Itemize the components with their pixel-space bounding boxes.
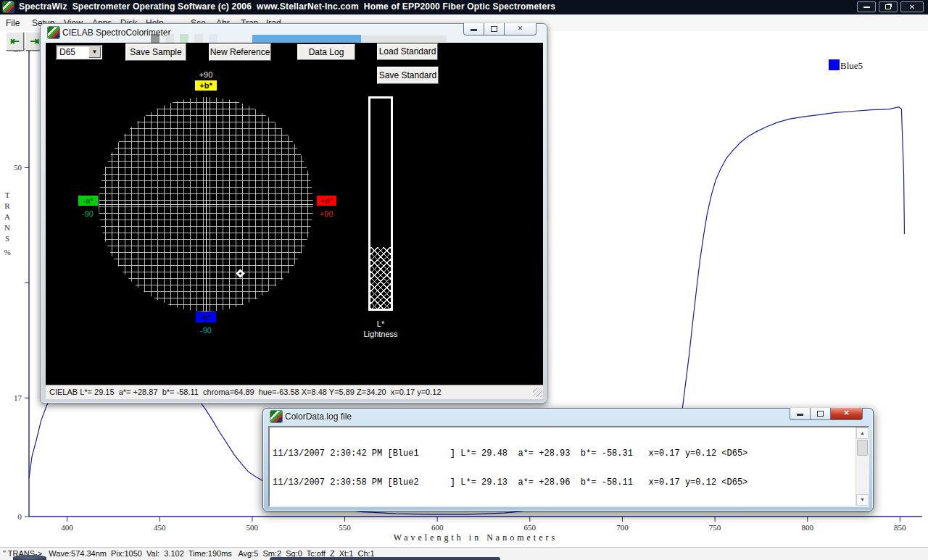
- log-close-icon[interactable]: ✕: [831, 408, 863, 420]
- app-title-bar: SpectraWiz Spectrometer Operating Softwa…: [0, 0, 928, 14]
- window-restore-icon[interactable]: [879, 1, 898, 12]
- a-axis-line: [99, 204, 313, 205]
- scroll-down-icon[interactable]: ▼: [856, 494, 869, 506]
- log-client-area: 11/13/2007 2:30:42 PM [Blue1 ] L*= 29.48…: [268, 426, 869, 507]
- x-axis-title: Wavelength in Nanometers: [290, 532, 661, 543]
- log-scrollbar[interactable]: ▲ ▼: [856, 427, 868, 506]
- log-line: 11/13/2007 2:30:42 PM [Blue1 ] L*= 29.48…: [273, 449, 853, 459]
- lightness-fill: [370, 247, 391, 309]
- b-minus-range: -90: [195, 326, 217, 335]
- log-window-icon: [270, 411, 282, 422]
- illuminant-dropdown[interactable]: D65 ▼: [56, 45, 102, 59]
- data-log-button[interactable]: Data Log: [297, 44, 355, 60]
- cielab-status-bar: CIELAB L*= 29.15 a*= +28.87 b*= -58.11 c…: [46, 385, 543, 399]
- scroll-thumb[interactable]: [857, 440, 868, 456]
- svg-text:50: 50: [14, 163, 22, 172]
- cielab-window: CIELAB SpectroColorimeter ✕ D65 ▼ Save S…: [40, 23, 547, 404]
- glass-reflection: [165, 34, 174, 43]
- save-standard-button[interactable]: Save Standard: [377, 67, 439, 84]
- scroll-up-icon[interactable]: ▲: [856, 427, 869, 439]
- a-plus-badge: +a*: [317, 196, 336, 206]
- legend-swatch: [829, 59, 840, 70]
- y-axis-title: TRANS%: [1, 190, 13, 258]
- spectrawiz-screen: SpectraWiz Spectrometer Operating Softwa…: [0, 0, 928, 560]
- glass-reflection: [361, 35, 447, 42]
- b-plus-range: +90: [195, 70, 217, 79]
- a-minus-badge: -a*: [78, 196, 98, 206]
- log-window-title: ColorData.log file: [285, 411, 352, 422]
- glass-reflection: [194, 34, 203, 43]
- new-reference-button[interactable]: New Reference: [209, 43, 271, 61]
- svg-text:750: 750: [709, 523, 721, 532]
- log-maximize-icon[interactable]: [811, 408, 831, 420]
- cielab-client-area: D65 ▼ Save Sample New Reference Data Log…: [46, 43, 543, 399]
- b-plus-badge: +b*: [195, 80, 217, 91]
- glass-reflection: [180, 34, 188, 43]
- cielab-minimize-icon[interactable]: [463, 23, 484, 35]
- svg-text:17: 17: [14, 393, 22, 402]
- cielab-maximize-icon[interactable]: [484, 23, 505, 35]
- app-title: SpectraWiz Spectrometer Operating Softwa…: [19, 1, 555, 12]
- a-plus-range: +90: [315, 209, 337, 218]
- lightness-bar: [368, 96, 393, 311]
- svg-text:850: 850: [894, 523, 906, 532]
- log-text-area[interactable]: 11/13/2007 2:30:42 PM [Blue1 ] L*= 29.48…: [273, 430, 853, 504]
- svg-text:450: 450: [154, 523, 166, 532]
- chart-legend: Blue5: [829, 59, 863, 72]
- svg-text:700: 700: [616, 523, 629, 532]
- resize-grip-icon[interactable]: [533, 388, 542, 397]
- lightness-label-bottom: Lightness: [358, 330, 403, 338]
- window-close-icon[interactable]: ✕: [900, 1, 924, 12]
- svg-text:500: 500: [246, 523, 259, 532]
- taskbar-app-button[interactable]: [270, 557, 500, 560]
- load-standard-button[interactable]: Load Standard: [377, 43, 438, 60]
- glass-reflection: [151, 34, 160, 43]
- window-minimize-icon[interactable]: [857, 1, 876, 12]
- b-minus-badge: -b*: [196, 312, 216, 322]
- glass-reflection-blue: [252, 35, 361, 43]
- glass-reflection: [209, 34, 218, 43]
- svg-text:550: 550: [339, 523, 351, 532]
- legend-label: Blue5: [840, 60, 863, 72]
- svg-text:650: 650: [524, 523, 536, 532]
- a-minus-range: -90: [77, 209, 99, 218]
- save-sample-button[interactable]: Save Sample: [125, 43, 186, 61]
- colordata-log-window: ColorData.log file ✕ 11/13/2007 2:30:42 …: [262, 408, 874, 511]
- log-line: 11/13/2007 2:30:58 PM [Blue2 ] L*= 29.13…: [273, 478, 853, 488]
- taskbar-start-orb[interactable]: [13, 555, 46, 560]
- scale-left-button[interactable]: ⇤: [6, 32, 24, 51]
- lightness-label-top: L*: [358, 319, 403, 328]
- svg-text:800: 800: [801, 523, 813, 532]
- svg-text:600: 600: [431, 523, 444, 532]
- log-minimize-icon[interactable]: [790, 408, 811, 420]
- svg-text:0: 0: [18, 512, 22, 521]
- illuminant-value: D65: [57, 46, 88, 58]
- spectrawiz-app-icon: [3, 1, 14, 12]
- cielab-window-icon: [48, 27, 59, 38]
- cielab-close-icon[interactable]: ✕: [505, 23, 536, 35]
- svg-text:400: 400: [61, 523, 73, 532]
- dropdown-arrow-icon[interactable]: ▼: [88, 46, 101, 58]
